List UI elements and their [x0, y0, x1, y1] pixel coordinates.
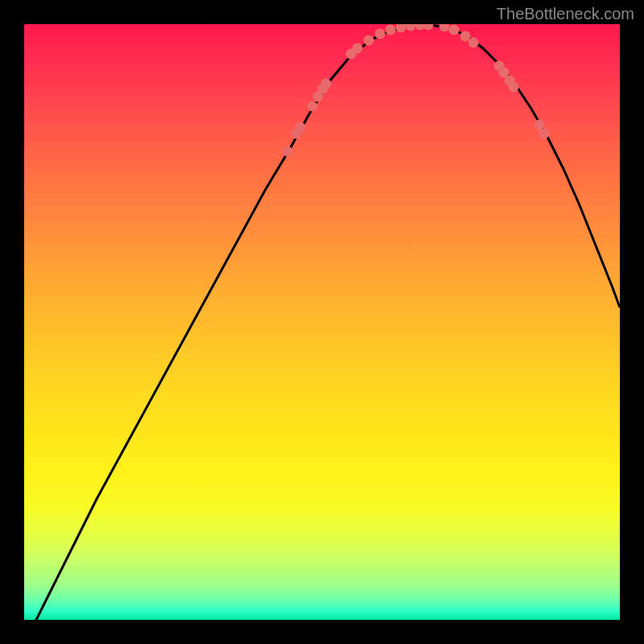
gradient-background	[24, 24, 620, 620]
watermark-text: TheBottleneck.com	[497, 5, 634, 23]
chart-canvas	[24, 24, 620, 620]
